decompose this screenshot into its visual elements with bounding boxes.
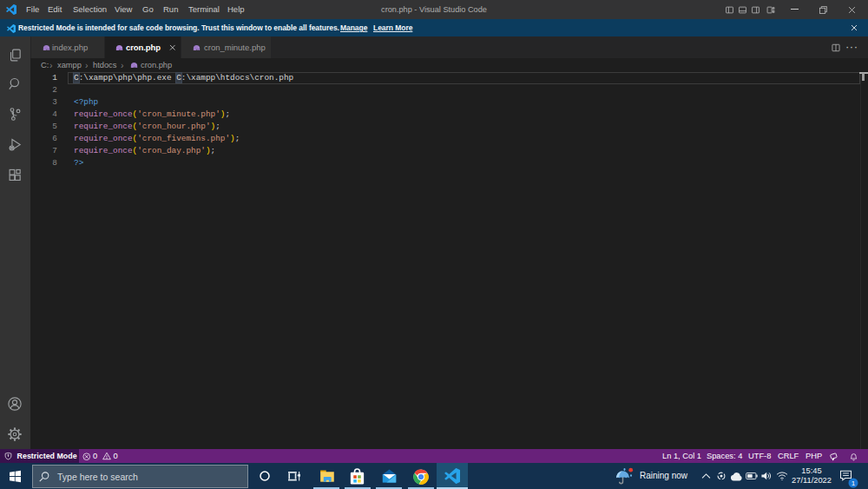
svg-text:1: 1 [852,479,856,487]
